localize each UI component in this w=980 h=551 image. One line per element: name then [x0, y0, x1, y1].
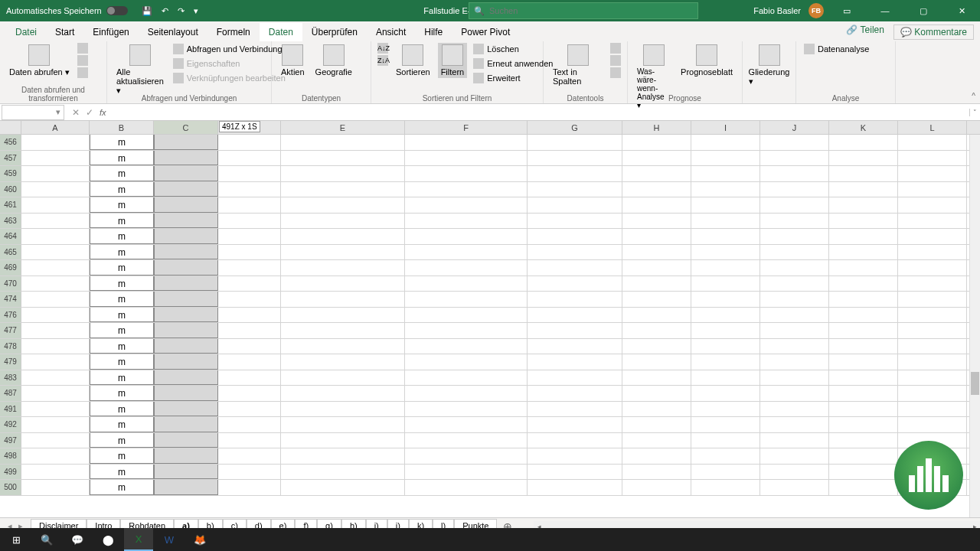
- cell[interactable]: m: [90, 214, 154, 229]
- tab-formulas[interactable]: Formeln: [207, 23, 260, 41]
- comments-button[interactable]: 💬 Kommentare: [893, 24, 974, 40]
- cell[interactable]: [281, 339, 405, 354]
- share-button[interactable]: 🔗 Teilen: [846, 24, 884, 40]
- cell[interactable]: [528, 292, 622, 307]
- cell[interactable]: [21, 386, 90, 401]
- data-analysis-button[interactable]: Datenanalyse: [802, 43, 889, 55]
- cell[interactable]: [528, 276, 622, 292]
- cell[interactable]: [218, 354, 281, 370]
- undo-icon[interactable]: ↶: [162, 6, 168, 16]
- cell[interactable]: [760, 214, 829, 229]
- expand-formula-icon[interactable]: ˅: [969, 109, 980, 116]
- vertical-scrollbar[interactable]: [969, 135, 980, 517]
- cell[interactable]: [622, 448, 691, 464]
- cell[interactable]: [405, 166, 528, 181]
- cell[interactable]: [405, 292, 528, 307]
- cell[interactable]: [218, 448, 281, 464]
- col-header[interactable]: C: [154, 121, 218, 134]
- qat-more-icon[interactable]: ▾: [194, 6, 198, 16]
- cell[interactable]: [154, 465, 218, 480]
- select-all-corner[interactable]: [0, 121, 21, 134]
- tab-help[interactable]: Hilfe: [415, 23, 452, 41]
- cell[interactable]: [154, 433, 218, 448]
- cell[interactable]: [528, 433, 622, 448]
- cell[interactable]: [154, 245, 218, 260]
- cell[interactable]: [21, 276, 90, 292]
- cell[interactable]: [898, 417, 967, 432]
- cell[interactable]: [528, 465, 622, 480]
- cell[interactable]: [405, 402, 528, 417]
- cell[interactable]: [691, 308, 760, 323]
- cell[interactable]: [405, 308, 528, 323]
- cell[interactable]: [528, 245, 622, 260]
- sort-az-icon[interactable]: A↓Z: [377, 43, 388, 54]
- col-header[interactable]: K: [829, 121, 898, 134]
- cell[interactable]: m: [90, 245, 154, 260]
- cell[interactable]: [281, 182, 405, 197]
- cell[interactable]: [622, 323, 691, 338]
- cell[interactable]: [218, 260, 281, 276]
- cell[interactable]: [528, 386, 622, 401]
- tab-powerpivot[interactable]: Power Pivot: [452, 23, 519, 41]
- cell[interactable]: [622, 166, 691, 181]
- formula-input[interactable]: [111, 108, 969, 117]
- cell[interactable]: [218, 182, 281, 197]
- row-header[interactable]: 465: [0, 245, 21, 260]
- cell[interactable]: [829, 166, 898, 181]
- cell[interactable]: m: [90, 417, 154, 432]
- cell[interactable]: [760, 182, 829, 197]
- cell[interactable]: m: [90, 480, 154, 495]
- cell[interactable]: [829, 292, 898, 307]
- cell[interactable]: [691, 229, 760, 244]
- cell[interactable]: [898, 151, 967, 166]
- sort-button[interactable]: Sortieren: [393, 43, 433, 78]
- outline-button[interactable]: Gliederung ▾: [749, 43, 789, 88]
- cell[interactable]: [622, 308, 691, 323]
- cell[interactable]: [691, 354, 760, 370]
- table-row[interactable]: 474m: [0, 292, 980, 308]
- accept-formula-icon[interactable]: ✓: [86, 107, 93, 118]
- minimize-button[interactable]: —: [870, 0, 900, 21]
- cell[interactable]: [154, 386, 218, 401]
- cell[interactable]: [528, 229, 622, 244]
- row-header[interactable]: 460: [0, 182, 21, 197]
- cell[interactable]: [829, 386, 898, 401]
- cell[interactable]: [691, 433, 760, 448]
- cell[interactable]: [281, 245, 405, 260]
- excel-taskbar-icon[interactable]: X: [124, 528, 153, 551]
- cell[interactable]: [829, 417, 898, 432]
- row-header[interactable]: 479: [0, 354, 21, 370]
- cell[interactable]: [622, 151, 691, 166]
- cell[interactable]: [281, 229, 405, 244]
- tab-review[interactable]: Überprüfen: [302, 23, 367, 41]
- row-header[interactable]: 459: [0, 166, 21, 181]
- cell[interactable]: [898, 214, 967, 229]
- cell[interactable]: [154, 339, 218, 354]
- cell[interactable]: [829, 354, 898, 370]
- cell[interactable]: m: [90, 370, 154, 386]
- cell[interactable]: [622, 182, 691, 197]
- row-header[interactable]: 487: [0, 386, 21, 401]
- search-taskbar-icon[interactable]: 🔍: [32, 528, 61, 551]
- row-header[interactable]: 463: [0, 214, 21, 229]
- cell[interactable]: [281, 292, 405, 307]
- cell[interactable]: [829, 402, 898, 417]
- cell[interactable]: [760, 354, 829, 370]
- col-header[interactable]: E: [281, 121, 405, 134]
- cell[interactable]: [21, 214, 90, 229]
- cell[interactable]: [622, 245, 691, 260]
- cell[interactable]: [218, 402, 281, 417]
- cell[interactable]: [281, 151, 405, 166]
- autosave-toggle[interactable]: Automatisches Speichern: [0, 6, 134, 15]
- cell[interactable]: m: [90, 323, 154, 338]
- tab-start[interactable]: Start: [46, 23, 83, 41]
- table-row[interactable]: 497m: [0, 433, 980, 449]
- cell[interactable]: [218, 197, 281, 213]
- cell[interactable]: [528, 354, 622, 370]
- cell[interactable]: m: [90, 433, 154, 448]
- cell[interactable]: [405, 386, 528, 401]
- cell[interactable]: [281, 386, 405, 401]
- row-header[interactable]: 464: [0, 229, 21, 244]
- cell[interactable]: [21, 245, 90, 260]
- cell[interactable]: [691, 260, 760, 276]
